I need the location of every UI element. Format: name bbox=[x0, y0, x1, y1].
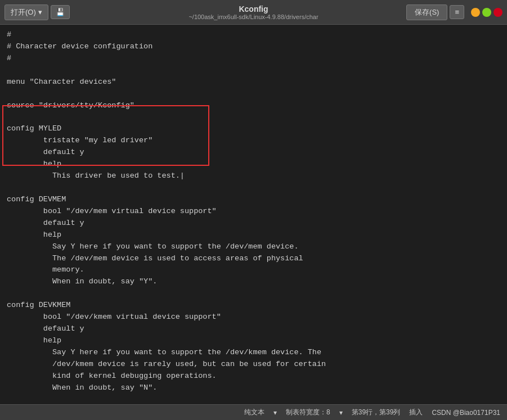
watermark-label: CSDN @Biao0171P31 bbox=[432, 409, 500, 417]
insert-mode-label: 插入 bbox=[409, 408, 423, 417]
tab-width-arrow: ▾ bbox=[339, 409, 343, 417]
editor-area[interactable]: # # Character device configuration # men… bbox=[0, 25, 507, 404]
window-title: Kconfig bbox=[239, 4, 268, 13]
position-label: 第39行，第39列 bbox=[352, 408, 401, 417]
open-label: 打开(O) bbox=[11, 7, 36, 17]
floppy-icon: 💾 bbox=[56, 8, 65, 16]
statusbar: 纯文本 ▾ 制表符宽度：8 ▾ 第39行，第39列 插入 CSDN @Biao0… bbox=[0, 404, 507, 420]
titlebar-left: 打开(O) ▾ 💾 bbox=[5, 4, 70, 20]
maximize-button[interactable] bbox=[482, 8, 491, 17]
menu-button[interactable]: ≡ bbox=[450, 5, 464, 19]
text-type-label: 纯文本 bbox=[244, 408, 264, 417]
titlebar-right: 保存(S) ≡ bbox=[406, 4, 502, 20]
titlebar: 打开(O) ▾ 💾 Kconfig ~/100ask_imx6ull-sdk/L… bbox=[0, 0, 507, 25]
open-button[interactable]: 打开(O) ▾ bbox=[5, 4, 48, 20]
close-button[interactable] bbox=[493, 8, 502, 17]
text-type-arrow: ▾ bbox=[273, 409, 277, 417]
tab-width-label: 制表符宽度：8 bbox=[286, 408, 330, 417]
window-controls bbox=[471, 8, 502, 17]
window-subtitle: ~/100ask_imx6ull-sdk/Linux-4.9.88/driver… bbox=[189, 13, 318, 20]
titlebar-center: Kconfig ~/100ask_imx6ull-sdk/Linux-4.9.8… bbox=[189, 4, 318, 20]
editor-content: # # Character device configuration # men… bbox=[7, 29, 500, 404]
open-arrow: ▾ bbox=[38, 8, 42, 16]
save-button[interactable]: 保存(S) bbox=[406, 4, 447, 20]
save-file-icon-button[interactable]: 💾 bbox=[51, 5, 70, 19]
minimize-button[interactable] bbox=[471, 8, 480, 17]
